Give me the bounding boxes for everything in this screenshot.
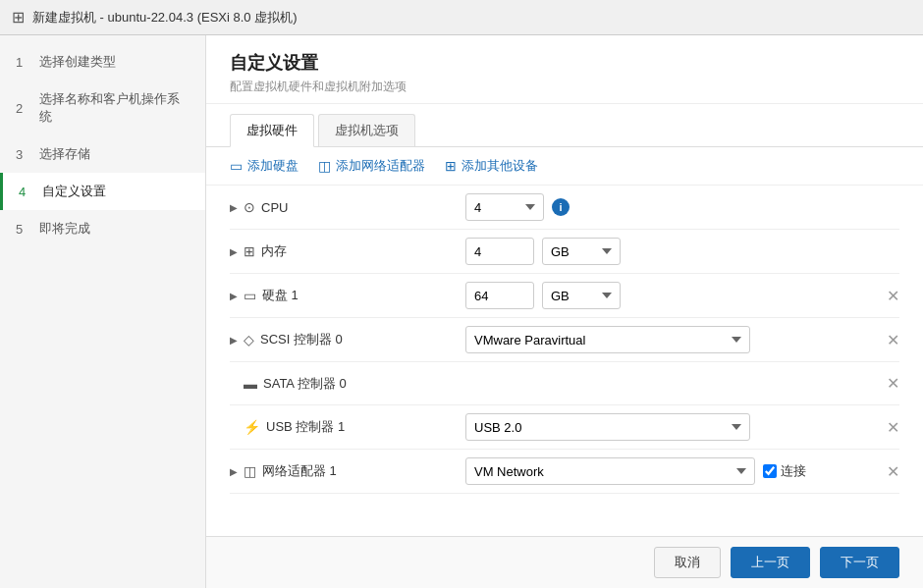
sidebar-item-5-label: 即将完成 xyxy=(39,220,90,238)
usb-type-select[interactable]: USB 2.0 USB 3.0 USB 3.1 xyxy=(465,413,750,441)
memory-icon: ⊞ xyxy=(244,243,255,259)
disk-expand-arrow[interactable]: ▶ xyxy=(230,291,238,301)
sidebar-item-2[interactable]: 2 选择名称和客户机操作系统 xyxy=(0,80,205,135)
toolbar: ▭ 添加硬盘 ◫ 添加网络适配器 ⊞ 添加其他设备 xyxy=(206,147,923,186)
disk-icon: ▭ xyxy=(244,288,256,303)
disk-label: 硬盘 1 xyxy=(262,287,299,304)
disk-unit-select[interactable]: MB GB TB xyxy=(542,282,621,309)
memory-expand-arrow[interactable]: ▶ xyxy=(230,246,238,257)
disk-label-group: ▶ ▭ 硬盘 1 xyxy=(230,287,465,304)
usb-controls: USB 2.0 USB 3.0 USB 3.1 xyxy=(465,413,887,441)
step-3-num: 3 xyxy=(16,147,31,162)
nic-controls: VM Network VM Network 2 连接 xyxy=(465,457,887,485)
add-disk-icon: ▭ xyxy=(230,158,243,174)
nic-row: ▶ ◫ 网络适配器 1 VM Network VM Network 2 连接 ✕ xyxy=(230,450,899,494)
memory-unit-select[interactable]: MB GB xyxy=(542,238,621,265)
disk-row: ▶ ▭ 硬盘 1 MB GB TB ✕ xyxy=(230,274,899,318)
scsi-remove-button[interactable]: ✕ xyxy=(887,331,899,349)
add-device-button[interactable]: ⊞ 添加其他设备 xyxy=(445,157,538,175)
cancel-button[interactable]: 取消 xyxy=(654,547,721,578)
add-device-icon: ⊞ xyxy=(445,158,457,174)
tab-virtual-hardware[interactable]: 虚拟硬件 xyxy=(230,114,314,147)
cpu-icon: ⊙ xyxy=(244,199,255,215)
sidebar-item-4[interactable]: 4 自定义设置 xyxy=(0,173,205,210)
scsi-controls: VMware Paravirtual LSI Logic SAS LSI Log… xyxy=(465,326,887,353)
bottom-bar: 取消 上一页 下一页 xyxy=(206,536,923,588)
cpu-controls: 1 2 4 8 16 i xyxy=(465,193,899,221)
add-network-button[interactable]: ◫ 添加网络适配器 xyxy=(318,157,425,175)
page-subtitle: 配置虚拟机硬件和虚拟机附加选项 xyxy=(230,79,899,95)
cpu-label: CPU xyxy=(261,200,288,215)
disk-size-input[interactable] xyxy=(465,282,534,309)
add-network-icon: ◫ xyxy=(318,158,331,174)
step-2-num: 2 xyxy=(16,101,31,116)
memory-label-group: ▶ ⊞ 内存 xyxy=(230,242,465,260)
usb-icon: ⚡ xyxy=(244,419,260,435)
usb-row: ▶ ⚡ USB 控制器 1 USB 2.0 USB 3.0 USB 3.1 ✕ xyxy=(230,405,899,450)
title-bar: ⊞ 新建虚拟机 - ubuntu-22.04.3 (ESXi 8.0 虚拟机) xyxy=(0,0,923,35)
sata-icon: ▬ xyxy=(244,376,257,392)
sidebar-item-4-label: 自定义设置 xyxy=(42,183,106,200)
nic-connect-label[interactable]: 连接 xyxy=(763,462,806,480)
step-5-num: 5 xyxy=(16,222,31,237)
nic-remove-button[interactable]: ✕ xyxy=(887,462,899,481)
scsi-label: SCSI 控制器 0 xyxy=(260,331,343,348)
cpu-info-icon[interactable]: i xyxy=(552,198,570,216)
add-disk-label: 添加硬盘 xyxy=(247,157,299,175)
sidebar-item-1[interactable]: 1 选择创建类型 xyxy=(0,43,205,80)
next-button[interactable]: 下一页 xyxy=(820,547,899,578)
memory-row: ▶ ⊞ 内存 MB GB xyxy=(230,230,899,274)
sidebar-item-2-label: 选择名称和客户机操作系统 xyxy=(39,90,190,126)
add-disk-button[interactable]: ▭ 添加硬盘 xyxy=(230,157,299,175)
nic-label: 网络适配器 1 xyxy=(262,462,337,480)
usb-label-group: ▶ ⚡ USB 控制器 1 xyxy=(230,418,465,436)
disk-controls: MB GB TB xyxy=(465,282,887,309)
step-1-num: 1 xyxy=(16,55,31,70)
nic-expand-arrow[interactable]: ▶ xyxy=(230,466,238,477)
nic-network-select[interactable]: VM Network VM Network 2 xyxy=(465,457,755,485)
memory-label: 内存 xyxy=(261,242,287,260)
main-layout: 1 选择创建类型 2 选择名称和客户机操作系统 3 选择存储 4 自定义设置 5… xyxy=(0,35,923,588)
sata-row: ▶ ▬ SATA 控制器 0 ✕ xyxy=(230,362,899,405)
memory-controls: MB GB xyxy=(465,238,899,265)
window-icon: ⊞ xyxy=(12,8,25,27)
content-header: 自定义设置 配置虚拟机硬件和虚拟机附加选项 xyxy=(206,35,923,104)
cpu-label-group: ▶ ⊙ CPU xyxy=(230,199,465,215)
cpu-row: ▶ ⊙ CPU 1 2 4 8 16 i xyxy=(230,186,899,230)
usb-label: USB 控制器 1 xyxy=(266,418,345,436)
cpu-expand-arrow[interactable]: ▶ xyxy=(230,202,238,213)
usb-remove-button[interactable]: ✕ xyxy=(887,418,899,437)
page-title: 自定义设置 xyxy=(230,51,899,75)
nic-label-group: ▶ ◫ 网络适配器 1 xyxy=(230,462,465,480)
add-network-label: 添加网络适配器 xyxy=(336,157,425,175)
scsi-icon: ◇ xyxy=(244,332,254,347)
sidebar-item-3-label: 选择存储 xyxy=(39,145,90,163)
content-area: 自定义设置 配置虚拟机硬件和虚拟机附加选项 虚拟硬件 虚拟机选项 ▭ 添加硬盘 … xyxy=(206,35,923,588)
scsi-expand-arrow[interactable]: ▶ xyxy=(230,335,238,346)
memory-input[interactable] xyxy=(465,238,534,265)
disk-remove-button[interactable]: ✕ xyxy=(887,287,899,305)
add-device-label: 添加其他设备 xyxy=(462,157,538,175)
cpu-select[interactable]: 1 2 4 8 16 xyxy=(465,193,544,221)
sidebar: 1 选择创建类型 2 选择名称和客户机操作系统 3 选择存储 4 自定义设置 5… xyxy=(0,35,206,588)
sata-label: SATA 控制器 0 xyxy=(263,375,347,393)
nic-connect-text: 连接 xyxy=(781,462,806,480)
scsi-label-group: ▶ ◇ SCSI 控制器 0 xyxy=(230,331,465,348)
step-4-num: 4 xyxy=(19,185,34,199)
scsi-row: ▶ ◇ SCSI 控制器 0 VMware Paravirtual LSI Lo… xyxy=(230,318,899,362)
sidebar-item-1-label: 选择创建类型 xyxy=(39,53,116,71)
sidebar-item-3[interactable]: 3 选择存储 xyxy=(0,135,205,173)
tabs-bar: 虚拟硬件 虚拟机选项 xyxy=(206,104,923,147)
hardware-settings: ▶ ⊙ CPU 1 2 4 8 16 i xyxy=(206,186,923,536)
window-title: 新建虚拟机 - ubuntu-22.04.3 (ESXi 8.0 虚拟机) xyxy=(32,9,297,27)
nic-icon: ◫ xyxy=(244,463,256,479)
back-button[interactable]: 上一页 xyxy=(731,547,810,578)
nic-connect-checkbox[interactable] xyxy=(763,464,777,478)
sata-label-group: ▶ ▬ SATA 控制器 0 xyxy=(230,375,465,393)
sidebar-item-5[interactable]: 5 即将完成 xyxy=(0,210,205,247)
scsi-type-select[interactable]: VMware Paravirtual LSI Logic SAS LSI Log… xyxy=(465,326,750,353)
tab-vm-options[interactable]: 虚拟机选项 xyxy=(318,114,415,146)
sata-remove-button[interactable]: ✕ xyxy=(887,374,899,393)
